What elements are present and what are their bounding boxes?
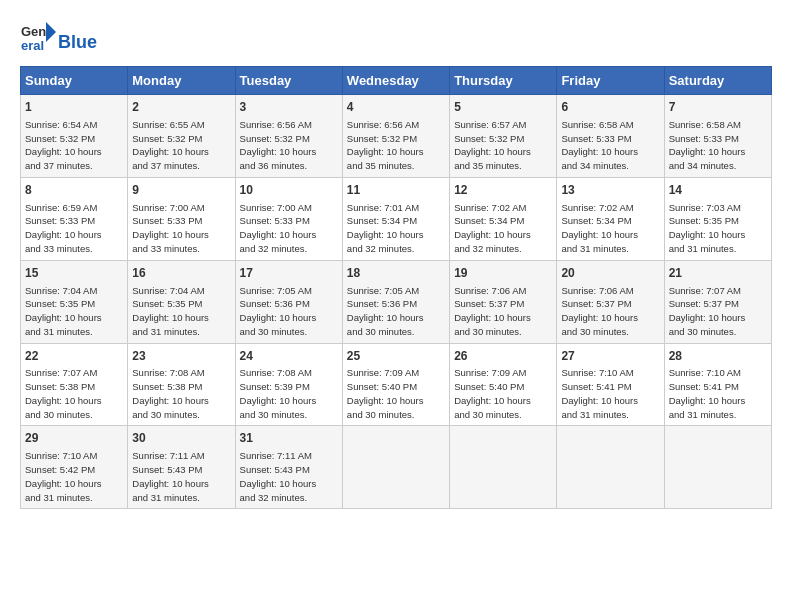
calendar-cell: 22Sunrise: 7:07 AM Sunset: 5:38 PM Dayli… [21, 343, 128, 426]
day-number: 1 [25, 99, 123, 116]
calendar-day-header: Thursday [450, 67, 557, 95]
day-info: Sunrise: 6:55 AM Sunset: 5:32 PM Dayligh… [132, 118, 230, 173]
day-number: 20 [561, 265, 659, 282]
calendar-day-header: Sunday [21, 67, 128, 95]
day-info: Sunrise: 7:10 AM Sunset: 5:41 PM Dayligh… [561, 366, 659, 421]
day-number: 18 [347, 265, 445, 282]
day-number: 15 [25, 265, 123, 282]
day-info: Sunrise: 6:59 AM Sunset: 5:33 PM Dayligh… [25, 201, 123, 256]
day-info: Sunrise: 7:09 AM Sunset: 5:40 PM Dayligh… [347, 366, 445, 421]
calendar-cell: 30Sunrise: 7:11 AM Sunset: 5:43 PM Dayli… [128, 426, 235, 509]
calendar-cell: 7Sunrise: 6:58 AM Sunset: 5:33 PM Daylig… [664, 95, 771, 178]
day-info: Sunrise: 7:03 AM Sunset: 5:35 PM Dayligh… [669, 201, 767, 256]
calendar-cell: 12Sunrise: 7:02 AM Sunset: 5:34 PM Dayli… [450, 177, 557, 260]
calendar-day-header: Saturday [664, 67, 771, 95]
day-info: Sunrise: 6:56 AM Sunset: 5:32 PM Dayligh… [240, 118, 338, 173]
day-number: 24 [240, 348, 338, 365]
day-number: 30 [132, 430, 230, 447]
day-info: Sunrise: 7:05 AM Sunset: 5:36 PM Dayligh… [240, 284, 338, 339]
day-number: 4 [347, 99, 445, 116]
calendar-cell: 29Sunrise: 7:10 AM Sunset: 5:42 PM Dayli… [21, 426, 128, 509]
day-number: 27 [561, 348, 659, 365]
calendar-week-row: 1Sunrise: 6:54 AM Sunset: 5:32 PM Daylig… [21, 95, 772, 178]
calendar-cell: 2Sunrise: 6:55 AM Sunset: 5:32 PM Daylig… [128, 95, 235, 178]
day-number: 16 [132, 265, 230, 282]
day-number: 10 [240, 182, 338, 199]
day-info: Sunrise: 7:05 AM Sunset: 5:36 PM Dayligh… [347, 284, 445, 339]
calendar-week-row: 22Sunrise: 7:07 AM Sunset: 5:38 PM Dayli… [21, 343, 772, 426]
day-info: Sunrise: 7:11 AM Sunset: 5:43 PM Dayligh… [240, 449, 338, 504]
day-number: 28 [669, 348, 767, 365]
day-info: Sunrise: 7:08 AM Sunset: 5:39 PM Dayligh… [240, 366, 338, 421]
calendar-cell: 23Sunrise: 7:08 AM Sunset: 5:38 PM Dayli… [128, 343, 235, 426]
calendar-cell: 25Sunrise: 7:09 AM Sunset: 5:40 PM Dayli… [342, 343, 449, 426]
calendar-cell: 8Sunrise: 6:59 AM Sunset: 5:33 PM Daylig… [21, 177, 128, 260]
day-info: Sunrise: 7:07 AM Sunset: 5:37 PM Dayligh… [669, 284, 767, 339]
day-info: Sunrise: 7:07 AM Sunset: 5:38 PM Dayligh… [25, 366, 123, 421]
day-info: Sunrise: 6:58 AM Sunset: 5:33 PM Dayligh… [561, 118, 659, 173]
day-number: 14 [669, 182, 767, 199]
day-number: 6 [561, 99, 659, 116]
calendar-cell: 5Sunrise: 6:57 AM Sunset: 5:32 PM Daylig… [450, 95, 557, 178]
day-info: Sunrise: 7:04 AM Sunset: 5:35 PM Dayligh… [25, 284, 123, 339]
day-number: 25 [347, 348, 445, 365]
calendar-cell: 18Sunrise: 7:05 AM Sunset: 5:36 PM Dayli… [342, 260, 449, 343]
calendar-cell: 21Sunrise: 7:07 AM Sunset: 5:37 PM Dayli… [664, 260, 771, 343]
day-info: Sunrise: 6:57 AM Sunset: 5:32 PM Dayligh… [454, 118, 552, 173]
day-number: 29 [25, 430, 123, 447]
day-number: 26 [454, 348, 552, 365]
day-info: Sunrise: 7:00 AM Sunset: 5:33 PM Dayligh… [132, 201, 230, 256]
day-number: 31 [240, 430, 338, 447]
calendar-cell: 31Sunrise: 7:11 AM Sunset: 5:43 PM Dayli… [235, 426, 342, 509]
day-number: 21 [669, 265, 767, 282]
day-number: 9 [132, 182, 230, 199]
calendar-cell: 3Sunrise: 6:56 AM Sunset: 5:32 PM Daylig… [235, 95, 342, 178]
calendar-table: SundayMondayTuesdayWednesdayThursdayFrid… [20, 66, 772, 509]
logo: Gen eral Blue [20, 20, 97, 56]
calendar-cell: 1Sunrise: 6:54 AM Sunset: 5:32 PM Daylig… [21, 95, 128, 178]
day-info: Sunrise: 7:06 AM Sunset: 5:37 PM Dayligh… [454, 284, 552, 339]
calendar-cell [342, 426, 449, 509]
svg-marker-2 [46, 22, 56, 42]
day-number: 5 [454, 99, 552, 116]
day-number: 8 [25, 182, 123, 199]
day-info: Sunrise: 7:08 AM Sunset: 5:38 PM Dayligh… [132, 366, 230, 421]
calendar-cell: 26Sunrise: 7:09 AM Sunset: 5:40 PM Dayli… [450, 343, 557, 426]
logo-graphic: Gen eral [20, 20, 56, 56]
calendar-cell: 17Sunrise: 7:05 AM Sunset: 5:36 PM Dayli… [235, 260, 342, 343]
calendar-cell: 28Sunrise: 7:10 AM Sunset: 5:41 PM Dayli… [664, 343, 771, 426]
calendar-cell: 13Sunrise: 7:02 AM Sunset: 5:34 PM Dayli… [557, 177, 664, 260]
calendar-cell: 10Sunrise: 7:00 AM Sunset: 5:33 PM Dayli… [235, 177, 342, 260]
calendar-cell: 6Sunrise: 6:58 AM Sunset: 5:33 PM Daylig… [557, 95, 664, 178]
day-info: Sunrise: 7:10 AM Sunset: 5:42 PM Dayligh… [25, 449, 123, 504]
day-number: 11 [347, 182, 445, 199]
calendar-cell: 27Sunrise: 7:10 AM Sunset: 5:41 PM Dayli… [557, 343, 664, 426]
day-info: Sunrise: 7:02 AM Sunset: 5:34 PM Dayligh… [454, 201, 552, 256]
logo-container: Gen eral Blue [20, 20, 97, 56]
day-number: 7 [669, 99, 767, 116]
day-number: 13 [561, 182, 659, 199]
page-header: Gen eral Blue [20, 20, 772, 56]
day-number: 2 [132, 99, 230, 116]
svg-text:Gen: Gen [21, 24, 46, 39]
day-info: Sunrise: 7:00 AM Sunset: 5:33 PM Dayligh… [240, 201, 338, 256]
calendar-cell [450, 426, 557, 509]
day-info: Sunrise: 6:54 AM Sunset: 5:32 PM Dayligh… [25, 118, 123, 173]
day-info: Sunrise: 7:02 AM Sunset: 5:34 PM Dayligh… [561, 201, 659, 256]
day-number: 22 [25, 348, 123, 365]
calendar-cell: 4Sunrise: 6:56 AM Sunset: 5:32 PM Daylig… [342, 95, 449, 178]
calendar-cell: 14Sunrise: 7:03 AM Sunset: 5:35 PM Dayli… [664, 177, 771, 260]
day-info: Sunrise: 7:04 AM Sunset: 5:35 PM Dayligh… [132, 284, 230, 339]
logo-blue-text: Blue [58, 32, 97, 53]
calendar-week-row: 15Sunrise: 7:04 AM Sunset: 5:35 PM Dayli… [21, 260, 772, 343]
calendar-day-header: Tuesday [235, 67, 342, 95]
calendar-cell: 16Sunrise: 7:04 AM Sunset: 5:35 PM Dayli… [128, 260, 235, 343]
calendar-day-header: Monday [128, 67, 235, 95]
calendar-header-row: SundayMondayTuesdayWednesdayThursdayFrid… [21, 67, 772, 95]
day-number: 23 [132, 348, 230, 365]
calendar-day-header: Wednesday [342, 67, 449, 95]
calendar-week-row: 29Sunrise: 7:10 AM Sunset: 5:42 PM Dayli… [21, 426, 772, 509]
calendar-cell: 15Sunrise: 7:04 AM Sunset: 5:35 PM Dayli… [21, 260, 128, 343]
day-number: 12 [454, 182, 552, 199]
day-info: Sunrise: 7:06 AM Sunset: 5:37 PM Dayligh… [561, 284, 659, 339]
